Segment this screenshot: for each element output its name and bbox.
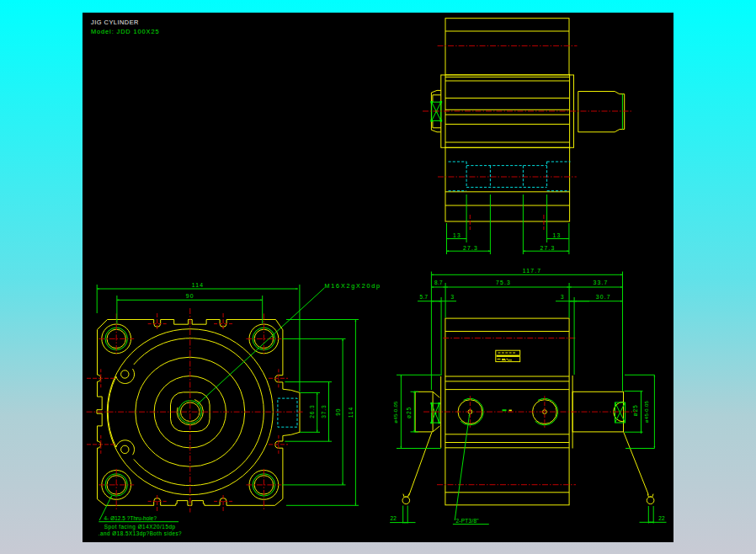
svg-text:114: 114 — [348, 407, 354, 418]
svg-text:27.3: 27.3 — [540, 245, 555, 251]
svg-text:JIG CYLINDER: JIG CYLINDER — [91, 19, 139, 26]
svg-text:5.7: 5.7 — [420, 294, 429, 300]
svg-text:75.3: 75.3 — [496, 280, 511, 285]
svg-text:90: 90 — [335, 408, 341, 416]
svg-text:ø25: ø25 — [632, 404, 638, 416]
svg-text:30.7: 30.7 — [596, 294, 611, 300]
svg-text:2-PT3/8": 2-PT3/8" — [456, 518, 479, 524]
svg-text:117.7: 117.7 — [523, 268, 542, 274]
svg-text:114: 114 — [192, 282, 204, 288]
svg-text:90: 90 — [186, 293, 194, 299]
svg-text:Spot facing Ø14X20/15dp: Spot facing Ø14X20/15dp — [104, 524, 176, 530]
svg-text:3: 3 — [561, 294, 564, 300]
svg-text:M16X2gX20dp: M16X2gX20dp — [325, 282, 381, 290]
svg-text:13: 13 — [553, 232, 562, 238]
svg-text:33.7: 33.7 — [593, 280, 608, 285]
svg-text:13: 13 — [453, 232, 461, 238]
svg-text:27.3: 27.3 — [463, 245, 478, 251]
svg-text:22: 22 — [658, 515, 665, 521]
svg-text:ø25: ø25 — [406, 407, 412, 418]
svg-text:8.7: 8.7 — [434, 280, 443, 285]
svg-text:26.3: 26.3 — [309, 404, 315, 418]
svg-text:Model: JDD 100X25: Model: JDD 100X25 — [91, 28, 159, 35]
svg-text:22: 22 — [390, 515, 397, 521]
svg-text:3: 3 — [451, 294, 455, 300]
svg-text:.and Ø18.5X13dp?Both sides?: .and Ø18.5X13dp?Both sides? — [98, 530, 182, 537]
svg-text:4- Ø12.5 ?Thru-hole?: 4- Ø12.5 ?Thru-hole? — [104, 515, 157, 521]
svg-text:ø45-0.05: ø45-0.05 — [393, 401, 398, 423]
svg-text:37.3: 37.3 — [321, 404, 327, 418]
svg-text:ø45-0.05: ø45-0.05 — [644, 400, 649, 423]
